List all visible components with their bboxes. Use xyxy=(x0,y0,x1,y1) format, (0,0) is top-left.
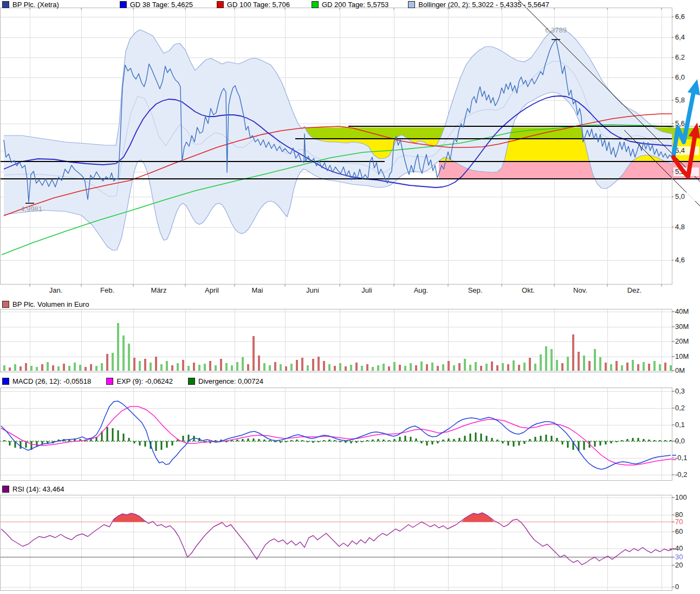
volume-panel: 40M30M20M10M0M xyxy=(0,307,689,375)
main-legend-item-2: GD 100 Tage: 5,706 xyxy=(217,1,290,9)
x-axis-month-label: Okt. xyxy=(522,286,535,294)
divergence-bar xyxy=(459,438,461,441)
divergence-bar xyxy=(611,441,612,443)
volume-bar xyxy=(122,335,125,371)
divergence-bar xyxy=(410,437,412,441)
volume-bar xyxy=(285,366,287,371)
volume-bar xyxy=(328,364,330,371)
x-axis-month-label: Sep. xyxy=(468,286,483,294)
volume-bar xyxy=(388,366,390,371)
volume-bar xyxy=(485,364,488,371)
volume-bar xyxy=(209,361,211,371)
price-extreme-label: 6,3789 xyxy=(545,26,567,34)
divergence-bar xyxy=(128,438,130,441)
volume-bar xyxy=(274,362,276,371)
volume-bar xyxy=(345,366,347,371)
x-axis-month-label: Juni xyxy=(306,286,319,294)
volume-bar xyxy=(198,365,200,371)
divergence-bar xyxy=(264,440,265,441)
x-axis-month-label: Jan. xyxy=(49,286,63,294)
volume-bar xyxy=(523,363,526,371)
rsi-legend-label: RSI (14): 43,464 xyxy=(12,485,64,493)
volume-bar xyxy=(193,363,195,371)
macd-legend-label: Divergence: 0,00724 xyxy=(198,377,263,385)
divergence-bar xyxy=(286,441,287,442)
divergence-bar xyxy=(491,438,493,441)
volume-bar xyxy=(112,353,114,371)
volume-bar xyxy=(323,361,325,371)
volume-bar xyxy=(63,364,65,371)
volume-bar xyxy=(626,363,628,371)
volume-bar xyxy=(480,366,482,371)
volume-bar xyxy=(155,357,157,371)
volume-bar xyxy=(659,364,661,371)
volume-bar xyxy=(106,354,108,371)
main-legend-swatch-icon xyxy=(408,1,415,8)
volume-bar xyxy=(410,363,412,371)
divergence-bar xyxy=(123,434,125,441)
divergence-bar xyxy=(253,438,255,441)
volume-bar xyxy=(377,365,379,371)
volume-bar xyxy=(117,323,119,371)
divergence-bar xyxy=(546,435,547,441)
main-legend-item-4: Bollinger (20, 2): 5,3022 - 5,4335 - 5,5… xyxy=(408,1,549,9)
volume-bar xyxy=(599,357,601,371)
volume-bar xyxy=(144,359,146,371)
divergence-bar xyxy=(437,441,439,443)
x-axis-month-label: Dez. xyxy=(627,286,642,294)
divergence-bar xyxy=(621,440,623,441)
divergence-bar xyxy=(497,440,498,441)
macd-panel: 0,30,20,10,0-0,1-0,2 xyxy=(0,387,687,481)
divergence-bar xyxy=(638,438,639,441)
volume-bar xyxy=(534,364,536,371)
divergence-bar xyxy=(475,432,477,441)
x-axis-month-label: Feb. xyxy=(100,286,114,294)
volume-bar xyxy=(177,363,179,371)
x-axis-month-label: Mai xyxy=(252,286,263,294)
divergence-bar xyxy=(426,441,428,446)
svg-text:6,2: 6,2 xyxy=(675,53,685,61)
main-legend-swatch-icon xyxy=(312,1,319,8)
divergence-bar xyxy=(112,428,114,441)
volume-bar xyxy=(258,356,260,371)
macd-legend-item-0: MACD (26, 12): -0,05518 xyxy=(2,377,91,385)
svg-text:-0,2: -0,2 xyxy=(675,470,687,479)
volume-bar xyxy=(643,362,645,371)
divergence-bar xyxy=(36,441,38,447)
volume-bar xyxy=(247,364,249,371)
divergence-bar xyxy=(340,441,341,442)
main-chart-legend: BP Plc. (Xetra)GD 38 Tage: 5,4625GD 100 … xyxy=(2,1,549,9)
chart-canvas: 6,66,46,26,05,85,65,45,25,04,84,6Jan.Feb… xyxy=(0,0,700,594)
volume-bar xyxy=(334,366,336,371)
volume-bar xyxy=(242,357,244,371)
macd-legend-swatch-icon xyxy=(188,378,195,385)
divergence-bar xyxy=(453,439,455,441)
volume-bar xyxy=(648,364,650,371)
volume-bar xyxy=(670,365,672,371)
divergence-bar xyxy=(486,436,488,441)
volume-bar xyxy=(583,356,585,371)
divergence-bar xyxy=(329,440,330,441)
macd-legend-label: MACD (26, 12): -0,05518 xyxy=(12,377,91,385)
main-legend-label: Bollinger (20, 2): 5,3022 - 5,4335 - 5,5… xyxy=(418,1,549,9)
volume-bar xyxy=(404,366,406,371)
svg-text:40M: 40M xyxy=(675,307,689,315)
volume-bar xyxy=(610,364,612,371)
volume-bar xyxy=(160,364,163,371)
divergence-bar xyxy=(399,437,401,441)
divergence-bar xyxy=(535,437,536,441)
divergence-bar xyxy=(269,440,271,441)
divergence-bar xyxy=(183,436,184,441)
macd-legend-swatch-icon xyxy=(106,378,113,385)
main-legend-label: BP Plc. (Xetra) xyxy=(12,1,59,9)
macd-legend: MACD (26, 12): -0,05518EXP (9): -0,06242… xyxy=(2,377,263,385)
macd-legend-swatch-icon xyxy=(2,378,9,385)
volume-bar xyxy=(41,364,43,371)
volume-bar xyxy=(301,358,303,371)
divergence-bar xyxy=(416,438,417,441)
divergence-bar xyxy=(302,440,303,441)
volume-bar xyxy=(57,366,60,371)
divergence-bar xyxy=(529,439,531,441)
volume-bar xyxy=(236,362,238,371)
volume-bar xyxy=(25,363,27,371)
